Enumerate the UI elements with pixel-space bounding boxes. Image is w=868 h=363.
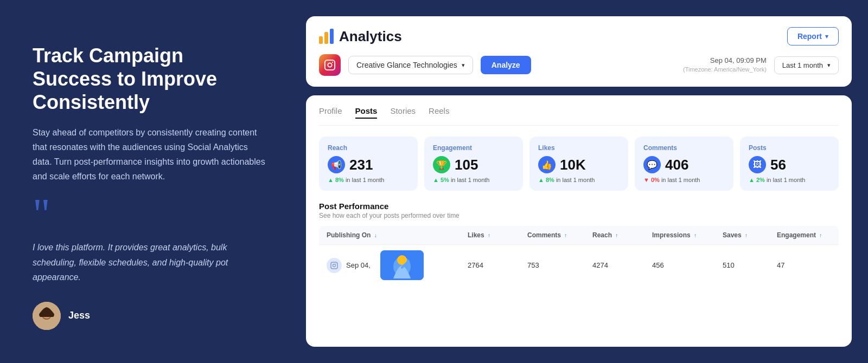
posts-icon: 🖼 [749,156,766,173]
analytics-content-card: Profile Posts Stories Reels Reach 📢 231 … [306,95,852,347]
sort-icon-likes: ↑ [488,232,490,238]
metric-posts-value-row: 🖼 56 [749,156,830,173]
table-row: Sep 04, [319,244,839,286]
analyze-button[interactable]: Analyze [481,56,531,74]
company-name: Creative Glance Technologies [356,61,457,69]
col-header-engagement: Engagement ↑ [777,231,831,239]
chevron-down-icon: ▾ [462,62,465,69]
sort-icon-engagement: ↑ [819,232,822,238]
svg-point-6 [332,62,333,63]
post-thumbnail [380,250,424,280]
svg-point-5 [328,63,331,67]
tab-posts[interactable]: Posts [355,106,378,119]
post-date: Sep 04, [327,250,468,280]
controls-row: Creative Glance Technologies ▾ Analyze S… [319,54,839,76]
metric-reach: Reach 📢 231 ▲ 8% in last 1 month [319,137,418,191]
metric-likes-label: Likes [538,144,620,152]
post-performance-table: Publishing On ↓ Likes ↑ Comments ↑ Reach… [319,226,839,286]
comments-value: 406 [665,157,688,173]
timezone-display: (Timezone: America/New_York) [683,66,767,74]
analytics-title: Analytics [339,28,402,45]
report-button[interactable]: Report ▾ [787,27,839,46]
post-thumb-svg [380,250,424,280]
tab-reels[interactable]: Reels [429,106,449,119]
col-header-publishing: Publishing On ↓ [327,231,468,239]
metrics-row: Reach 📢 231 ▲ 8% in last 1 month Engagem… [319,137,839,191]
tab-profile[interactable]: Profile [319,106,342,119]
reach-change: ▲ 8% in last 1 month [328,177,409,183]
testimonial: I love this platform. It provides great … [33,240,268,284]
author-row: Jess [33,302,268,330]
instagram-svg [324,59,336,71]
reach-icon: 📢 [328,156,345,173]
sort-icon-reach: ↑ [615,232,618,238]
engagement-icon: 🏆 [433,156,450,173]
avatar-svg [33,302,61,330]
metric-engagement: Engagement 🏆 105 ▲ 5% in last 1 month [424,137,523,191]
svg-rect-7 [331,262,337,269]
svg-point-9 [335,263,336,264]
col-header-reach: Reach ↑ [592,231,652,239]
metric-posts: Posts 🖼 56 ▲ 2% in last 1 month [740,137,839,191]
headline: Track Campaign Success to Improve Consis… [33,44,268,114]
sort-icon: ↓ [374,232,377,238]
metric-comments-value-row: 💬 406 [643,156,725,173]
svg-rect-4 [325,60,335,70]
metric-reach-label: Reach [328,144,409,152]
metric-engagement-label: Engagement [433,144,514,152]
sort-icon-saves: ↑ [745,232,748,238]
metric-reach-value-row: 📢 231 [328,156,409,173]
metric-comments: Comments 💬 406 ▼ 0% in last 1 month [635,137,733,191]
reach-value: 231 [349,157,373,173]
col-header-likes: Likes ↑ [468,231,527,239]
metric-likes-value-row: 👍 10K [538,156,620,173]
right-panel: Analytics Report ▾ Creative Glance Techn… [301,0,868,363]
posts-change: ▲ 2% in last 1 month [749,177,830,183]
avatar [33,302,61,330]
col-header-comments: Comments ↑ [527,231,592,239]
post-date-text: Sep 04, [346,261,371,269]
svg-point-8 [333,264,336,267]
metric-posts-label: Posts [749,144,830,152]
col-header-saves: Saves ↑ [723,231,777,239]
metric-comments-label: Comments [643,144,725,152]
likes-value: 10K [560,157,586,173]
report-label: Report [797,32,822,41]
engagement-value: 105 [455,157,478,173]
row-impressions: 456 [652,261,723,269]
row-likes: 2764 [468,261,527,269]
analytics-header-card: Analytics Report ▾ Creative Glance Techn… [306,16,852,87]
table-header: Publishing On ↓ Likes ↑ Comments ↑ Reach… [319,226,839,244]
likes-icon: 👍 [538,156,556,173]
metric-likes: Likes 👍 10K ▲ 8% in last 1 month [529,137,628,191]
instagram-icon [319,54,341,76]
author-name: Jess [68,310,90,321]
analytics-header: Analytics Report ▾ [319,27,839,46]
metric-engagement-value-row: 🏆 105 [433,156,514,173]
comments-icon: 💬 [643,156,661,173]
row-saves: 510 [723,261,777,269]
left-panel: Track Campaign Success to Improve Consis… [0,0,301,363]
posts-value: 56 [770,157,786,173]
engagement-change: ▲ 5% in last 1 month [433,177,514,183]
tabs-row: Profile Posts Stories Reels [319,106,839,126]
sort-icon-impressions: ↑ [694,232,697,238]
row-publishing: Sep 04, [327,250,468,280]
sort-icon-comments: ↑ [564,232,567,238]
likes-change: ▲ 8% in last 1 month [538,177,620,183]
company-selector[interactable]: Creative Glance Technologies ▾ [348,56,473,74]
avatar-image [33,302,61,330]
row-engagement: 47 [777,261,831,269]
row-comments: 753 [527,261,592,269]
time-range-selector[interactable]: Last 1 month ▾ [774,56,839,74]
comments-change: ▼ 0% in last 1 month [643,177,725,183]
chevron-down-icon: ▾ [827,62,831,69]
time-range-label: Last 1 month [782,61,823,69]
instagram-small-icon [330,262,338,269]
bar-chart-icon [319,29,334,44]
datetime-info: Sep 04, 09:09 PM (Timezone: America/New_… [683,56,767,74]
analytics-title-row: Analytics [319,28,402,45]
post-perf-title: Post Performance [319,202,839,211]
quote-marks: " [33,201,268,227]
tab-stories[interactable]: Stories [390,106,416,119]
